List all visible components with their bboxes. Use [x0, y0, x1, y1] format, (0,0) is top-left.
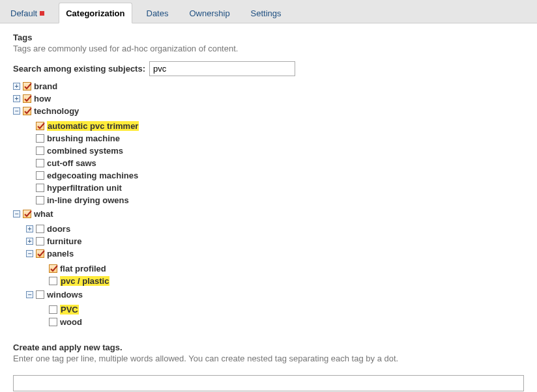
node-label: how: [34, 94, 51, 104]
tree-node-edgecoating-machines: edgecoating machines: [26, 169, 524, 182]
section-description: Tags are commonly used for ad-hoc organi…: [13, 44, 524, 53]
node-label: brand: [34, 81, 57, 91]
checkbox[interactable]: [36, 225, 44, 233]
tab-default[interactable]: Default: [4, 3, 51, 23]
tab-bar: Default Categorization Dates Ownership S…: [0, 0, 537, 23]
node-label: windows: [47, 290, 83, 300]
tree-node-inline-drying-owens: in-line drying owens: [26, 194, 524, 206]
expand-toggle-icon[interactable]: +: [13, 95, 20, 102]
toggle-spacer: [39, 306, 46, 313]
subject-tree: + brand + how − technology automatic pvc…: [13, 80, 524, 331]
toggle-spacer: [26, 197, 33, 204]
checkbox[interactable]: [23, 94, 31, 103]
search-input[interactable]: [149, 61, 295, 76]
node-label: in-line drying owens: [47, 195, 129, 205]
tree-node-hyperfiltration-unit: hyperfiltration unit: [26, 182, 524, 194]
create-tags-title: Create and apply new tags.: [13, 343, 524, 352]
toggle-spacer: [26, 147, 33, 154]
expand-toggle-icon[interactable]: +: [13, 83, 20, 90]
search-label: Search among existing subjects:: [13, 64, 145, 74]
tree-node-brushing-machine: brushing machine: [26, 132, 524, 145]
section-title: Tags: [13, 33, 524, 42]
node-label: pvc / plastic: [60, 276, 109, 286]
toggle-spacer: [26, 135, 33, 142]
toggle-spacer: [39, 277, 46, 285]
tree-node-flat-profiled: flat profiled: [39, 262, 524, 275]
tree-node-how: + how: [13, 92, 524, 105]
node-label: edgecoating machines: [47, 171, 138, 180]
tab-label: Categorization: [66, 8, 124, 18]
checkbox[interactable]: [49, 305, 57, 314]
checkbox[interactable]: [36, 237, 44, 245]
tree-node-technology: − technology automatic pvc trimmer brush…: [13, 105, 524, 208]
collapse-toggle-icon[interactable]: −: [13, 210, 20, 217]
node-label: wood: [60, 317, 82, 327]
tree-node-pvc-plastic: pvc / plastic: [39, 275, 524, 287]
checkbox[interactable]: [36, 134, 44, 143]
checkbox[interactable]: [23, 107, 31, 115]
checkbox[interactable]: [49, 277, 57, 285]
tab-label: Ownership: [189, 8, 229, 18]
checkbox[interactable]: [36, 196, 44, 204]
toggle-spacer: [39, 265, 46, 272]
node-label: brushing machine: [47, 133, 120, 143]
toggle-spacer: [26, 184, 33, 191]
tab-categorization[interactable]: Categorization: [59, 3, 132, 23]
node-label: panels: [47, 249, 74, 259]
tree-node-automatic-pvc-trimmer: automatic pvc trimmer: [26, 120, 524, 132]
toggle-spacer: [26, 172, 33, 179]
tree-node-cut-off-saws: cut-off saws: [26, 157, 524, 169]
node-label: doors: [47, 224, 70, 234]
create-tags-input[interactable]: [13, 375, 524, 391]
node-label: technology: [34, 106, 79, 116]
checkbox[interactable]: [36, 184, 44, 192]
checkbox[interactable]: [49, 264, 57, 273]
checkbox[interactable]: [49, 318, 57, 326]
tree-node-furniture: + furniture: [26, 235, 524, 247]
create-tags-section: Create and apply new tags. Enter one tag…: [13, 343, 524, 391]
tree-node-pvc: PVC: [39, 303, 524, 316]
node-label: flat profiled: [60, 264, 106, 273]
toggle-spacer: [26, 122, 33, 130]
expand-toggle-icon[interactable]: +: [26, 225, 33, 232]
checkbox[interactable]: [36, 122, 44, 130]
tree-node-wood: wood: [39, 316, 524, 328]
tab-label: Default: [10, 8, 37, 18]
tree-node-panels: − panels flat profiled pvc / plastic: [26, 247, 524, 288]
toggle-spacer: [39, 318, 46, 326]
tab-ownership[interactable]: Ownership: [182, 3, 236, 23]
tab-settings[interactable]: Settings: [244, 3, 288, 23]
content-pane: Tags Tags are commonly used for ad-hoc o…: [0, 23, 537, 392]
tab-label: Settings: [251, 8, 282, 18]
checkbox[interactable]: [36, 249, 44, 258]
collapse-toggle-icon[interactable]: −: [26, 291, 33, 298]
node-label: combined systems: [47, 146, 123, 156]
tree-node-brand: + brand: [13, 80, 524, 92]
checkbox[interactable]: [36, 171, 44, 180]
node-label: what: [34, 209, 53, 219]
checkbox[interactable]: [36, 147, 44, 155]
tree-node-combined-systems: combined systems: [26, 145, 524, 157]
tab-dates[interactable]: Dates: [140, 3, 175, 23]
node-label: hyperfiltration unit: [47, 183, 122, 193]
collapse-toggle-icon[interactable]: −: [26, 250, 33, 257]
search-row: Search among existing subjects:: [13, 61, 524, 76]
checkbox[interactable]: [36, 290, 44, 299]
create-tags-description: Enter one tag per line, multiple words a…: [13, 354, 524, 363]
collapse-toggle-icon[interactable]: −: [13, 107, 20, 115]
tab-label: Dates: [147, 8, 169, 18]
tree-node-what: − what + doors + furniture − panels: [13, 208, 524, 331]
node-label: automatic pvc trimmer: [47, 121, 139, 131]
toggle-spacer: [26, 160, 33, 167]
expand-toggle-icon[interactable]: +: [26, 238, 33, 245]
node-label: furniture: [47, 236, 81, 246]
dirty-indicator-icon: [40, 11, 44, 16]
tree-node-windows: − windows PVC wood: [26, 288, 524, 329]
node-label: cut-off saws: [47, 158, 96, 168]
checkbox[interactable]: [23, 82, 31, 91]
checkbox[interactable]: [36, 159, 44, 167]
node-label: PVC: [60, 305, 79, 315]
checkbox[interactable]: [23, 210, 31, 218]
tree-node-doors: + doors: [26, 223, 524, 235]
